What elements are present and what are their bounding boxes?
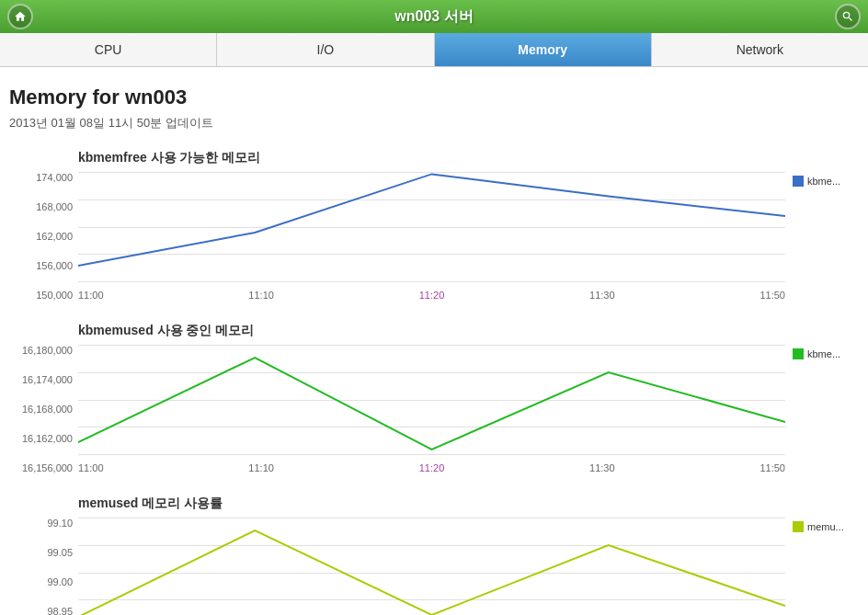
chart-kbmemused-legend: kbme... <box>785 345 850 473</box>
chart-memused-title: memused 메모리 사용률 <box>78 495 850 512</box>
tab-memory[interactable]: Memory <box>435 33 652 66</box>
chart-memused-area: 11:00 11:10 11:20 11:30 11:50 <box>78 518 785 615</box>
chart-kbmemfree-legend: kbme... <box>785 172 850 301</box>
chart-memused: memused 메모리 사용률 99.10 99.05 99.00 98.95 … <box>9 495 850 615</box>
update-time: 2013년 01월 08일 11시 50분 업데이트 <box>9 115 850 131</box>
chart-kbmemused-y-axis: 16,180,000 16,174,000 16,168,000 16,162,… <box>9 345 78 473</box>
chart-kbmemused-area: 11:00 11:10 11:20 11:30 11:50 <box>78 345 785 473</box>
chart-kbmemused-x-axis: 11:00 11:10 11:20 11:30 11:50 <box>78 462 785 473</box>
tab-cpu[interactable]: CPU <box>0 33 217 66</box>
chart-kbmemfree-title: kbmemfree 사용 가능한 메모리 <box>78 150 850 166</box>
chart-kbmemfree-area: 11:00 11:10 11:20 11:30 11:50 <box>78 172 785 301</box>
chart-kbmemused-title: kbmemused 사용 중인 메모리 <box>78 323 850 339</box>
tab-bar: CPU I/O Memory Network <box>0 33 868 67</box>
chart-memused-y-axis: 99.10 99.05 99.00 98.95 98.90 <box>9 518 78 615</box>
legend-color-kbmemfree <box>793 176 804 187</box>
chart-kbmemused: kbmemused 사용 중인 메모리 16,180,000 16,174,00… <box>9 323 850 473</box>
legend-color-memused <box>793 521 804 532</box>
page-title: Memory for wn003 <box>9 85 850 109</box>
app-title: wn003 서버 <box>394 7 473 27</box>
search-button[interactable] <box>835 4 861 29</box>
chart-memused-legend: memu... <box>785 518 850 615</box>
main-content: Memory for wn003 2013년 01월 08일 11시 50분 업… <box>0 67 868 615</box>
tab-io[interactable]: I/O <box>217 33 434 66</box>
tab-network[interactable]: Network <box>652 33 868 66</box>
app-header: wn003 서버 <box>0 0 868 33</box>
chart-kbmemfree-x-axis: 11:00 11:10 11:20 11:30 11:50 <box>78 290 785 301</box>
chart-kbmemfree-y-axis: 174,000 168,000 162,000 156,000 150,000 <box>9 172 78 301</box>
home-button[interactable] <box>7 4 33 29</box>
chart-kbmemfree: kbmemfree 사용 가능한 메모리 174,000 168,000 162… <box>9 150 850 301</box>
legend-color-kbmemused <box>793 348 804 359</box>
